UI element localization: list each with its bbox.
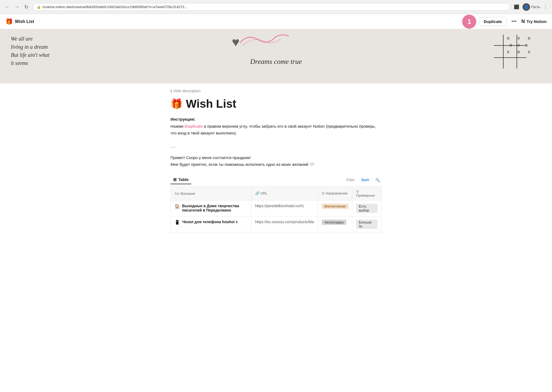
info-icon: ℹ	[170, 89, 172, 93]
step-badge: 1	[462, 15, 476, 29]
notion-logo-icon: N	[521, 19, 525, 24]
browser-nav: ← → ↻	[3, 3, 30, 11]
cover-heart: ♥	[232, 35, 240, 50]
database-table: Аа Желания 🔗 URL ⊙ Направление ⊙ Примерн…	[170, 186, 382, 232]
instruction-text-before: Нажми	[170, 124, 185, 129]
cover-canvas: We all are living in a dream But life ai…	[0, 29, 552, 83]
table-row: 📱 Чехол для телефона houhoi с https://eu…	[171, 216, 382, 232]
sort-button[interactable]: Sort	[360, 177, 370, 183]
page-title-topbar: Wish List	[15, 19, 34, 24]
price-0: Есть выбор	[356, 204, 377, 213]
profile-button[interactable]: 👤 Гость	[523, 3, 540, 11]
col-label-url: URL	[260, 191, 267, 195]
table-label: Table	[178, 177, 189, 182]
welcome-line1: Привет! Скоро у меня состоится праздник!	[170, 154, 382, 161]
row-icon-0: 🏠	[175, 204, 180, 209]
table-header-row: Аа Желания 🔗 URL ⊙ Направление ⊙ Примерн…	[171, 186, 382, 200]
col-icon-price: ⊙	[356, 189, 359, 193]
topbar-left: 🎁 Wish List	[5, 18, 34, 25]
row-name-1: Чехол для телефона houhoi с	[182, 220, 238, 224]
tic-tac-grid-svg	[492, 33, 528, 71]
col-header-price: ⊙ Примерная	[352, 186, 382, 200]
page-header: 🎁 Wish List	[170, 97, 382, 110]
cover-image: We all are living in a dream But life ai…	[0, 29, 552, 83]
db-view-tabs: ⊞ Table	[170, 176, 191, 184]
tab-table[interactable]: ⊞ Table	[170, 176, 191, 184]
more-options-button[interactable]: •••	[509, 18, 519, 25]
col-label-direction: Направление	[326, 191, 348, 195]
price-1: Больше 5к	[356, 220, 377, 229]
row-name-0: Выходные в Доме творчества писателей в П…	[182, 204, 247, 212]
ellipsis-divider: ...	[170, 143, 382, 149]
filter-button[interactable]: Filter	[345, 177, 356, 183]
table-row: 🏠 Выходные в Доме творчества писателей в…	[171, 200, 382, 216]
notion-topbar: 🎁 Wish List 1 Duplicate ••• N Try Notion	[0, 14, 552, 29]
search-db-button[interactable]: 🔍	[374, 177, 382, 183]
cell-url-1[interactable]: https://eu.xouxou.com/products/bla	[251, 216, 318, 232]
table-icon: ⊞	[173, 177, 177, 182]
col-icon-name: Аа	[175, 191, 179, 196]
forward-button[interactable]: →	[13, 3, 21, 11]
cell-name-0[interactable]: 🏠 Выходные в Доме творчества писателей в…	[171, 200, 251, 216]
cell-url-0[interactable]: https://peredelkinohotel.ru/#1	[251, 200, 318, 216]
table-body: 🏠 Выходные в Доме творчества писателей в…	[171, 200, 382, 232]
col-header-direction: ⊙ Направление	[318, 186, 352, 200]
back-button[interactable]: ←	[3, 3, 11, 11]
cell-price-1: Больше 5к	[352, 216, 382, 232]
col-label-name: Желания	[180, 192, 195, 196]
try-notion-button[interactable]: N Try Notion	[521, 19, 547, 24]
cover-center-text: Dreams come true	[250, 58, 302, 66]
row-icon-1: 📱	[175, 220, 180, 225]
col-header-name: Аа Желания	[171, 186, 251, 200]
duplicate-inline-link[interactable]: Duplicate	[185, 124, 203, 129]
lock-icon: 🔒	[37, 5, 41, 9]
col-icon-direction: ⊙	[322, 191, 325, 195]
cell-tag-0: Впечатления	[318, 200, 352, 216]
welcome-text: Привет! Скоро у меня состоится праздник!…	[170, 154, 382, 168]
profile-label: Гость	[531, 5, 540, 9]
cell-name-1[interactable]: 📱 Чехол для телефона houhoi с	[171, 216, 251, 232]
topbar-right: 1 Duplicate ••• N Try Notion	[462, 15, 547, 29]
tag-0: Впечатления	[322, 204, 348, 209]
browser-chrome: ← → ↻ 🔒 izvarina.notion.site/izvarina/8b…	[0, 0, 552, 14]
extension-button[interactable]: ⬛	[513, 3, 520, 11]
menu-button[interactable]: ⋮	[542, 3, 549, 11]
col-label-price: Примерная	[356, 193, 375, 197]
hide-description-label: Hide description	[173, 89, 201, 93]
hide-description-row[interactable]: ℹ Hide description	[170, 89, 382, 93]
page-icon: 🎁	[170, 98, 183, 110]
page-title: Wish List	[186, 97, 236, 110]
instruction-block: Инструкция: Нажми Duplicate в правом вер…	[170, 116, 382, 137]
page-icon-topbar: 🎁	[5, 18, 13, 25]
duplicate-button[interactable]: Duplicate	[479, 17, 507, 26]
col-icon-url: 🔗	[255, 191, 259, 195]
try-notion-label: Try Notion	[527, 19, 547, 24]
db-controls: Filter Sort 🔍	[345, 177, 382, 183]
avatar: 👤	[523, 3, 530, 11]
database-header: ⊞ Table Filter Sort 🔍	[170, 176, 382, 186]
col-header-url: 🔗 URL	[251, 186, 318, 200]
cell-price-0: Есть выбор	[352, 200, 382, 216]
welcome-line2: Мне будет приятно, если ты поможешь испо…	[170, 161, 382, 168]
cover-decoration-svg	[237, 32, 291, 48]
cell-tag-1: Аксессуары	[318, 216, 352, 232]
cover-text-left: We all are living in a dream But life ai…	[11, 35, 50, 67]
url-text: izvarina.notion.site/izvarina/8b4282ede0…	[42, 5, 506, 9]
page-content: ℹ Hide description 🎁 Wish List Инструкци…	[154, 83, 398, 243]
instruction-label: Инструкция:	[170, 117, 196, 121]
browser-actions: ⬛ 👤 Гость ⋮	[513, 3, 549, 11]
address-bar[interactable]: 🔒 izvarina.notion.site/izvarina/8b4282ed…	[33, 3, 510, 11]
table-head: Аа Желания 🔗 URL ⊙ Направление ⊙ Примерн…	[171, 186, 382, 200]
reload-button[interactable]: ↻	[23, 3, 30, 11]
tag-1: Аксессуары	[322, 220, 346, 225]
